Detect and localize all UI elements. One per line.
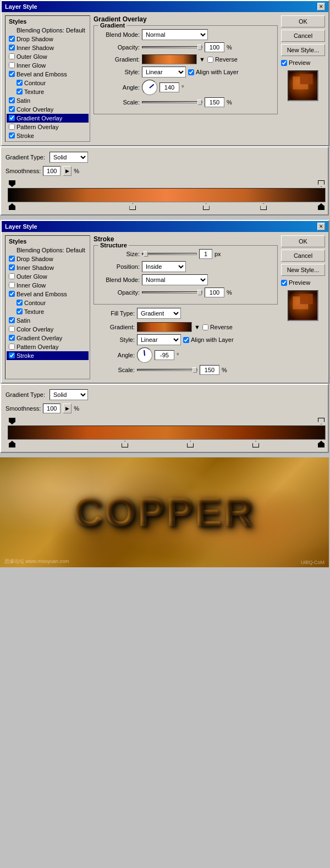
- s2-gradient-overlay-checkbox[interactable]: [9, 335, 15, 341]
- bottom-handle-2[interactable]: [129, 203, 136, 210]
- dialog2-close-button[interactable]: ✕: [317, 223, 325, 230]
- bottom-handle-left[interactable]: [9, 203, 15, 210]
- scale-input[interactable]: [205, 97, 224, 107]
- inner-glow-checkbox[interactable]: [9, 62, 15, 68]
- sidebar2-item-contour[interactable]: Contour: [7, 298, 89, 307]
- ge2-bottom-handle-4[interactable]: [252, 441, 259, 447]
- s2-blend-mode-select[interactable]: Normal: [142, 274, 208, 285]
- dialog1-ok-button[interactable]: OK: [281, 15, 325, 27]
- dialog2-new-style-button[interactable]: New Style...: [281, 264, 325, 276]
- ge2-bottom-handle-right[interactable]: [318, 441, 324, 447]
- ge2-bottom-handle-2[interactable]: [122, 441, 128, 447]
- gradient-dropdown-icon[interactable]: ▼: [199, 56, 205, 63]
- s2-opacity-slider[interactable]: [142, 291, 202, 294]
- sidebar1-item-contour[interactable]: Contour: [7, 79, 89, 87]
- s2-angle-dial[interactable]: [137, 347, 152, 363]
- sidebar1-item-stroke[interactable]: Stroke: [7, 131, 89, 140]
- s2-gradient-dropdown-icon[interactable]: ▼: [194, 324, 200, 330]
- sidebar2-item-outer-glow[interactable]: Outer Glow: [7, 272, 89, 281]
- s2-bevel-emboss-checkbox[interactable]: [9, 291, 15, 297]
- ge2-top-handle-left[interactable]: [9, 418, 15, 424]
- stroke-checkbox[interactable]: [9, 132, 15, 139]
- s2-texture-checkbox[interactable]: [16, 308, 23, 314]
- s2-outer-glow-checkbox[interactable]: [9, 273, 15, 279]
- sidebar2-item-drop-shadow[interactable]: Drop Shadow: [7, 255, 89, 263]
- sidebar1-item-color-overlay[interactable]: Color Overlay: [7, 105, 89, 114]
- ge2-type-select[interactable]: Solid: [50, 389, 88, 400]
- ge2-gradient-bar-display[interactable]: [8, 425, 326, 440]
- sidebar2-item-bevel-emboss[interactable]: Bevel and Emboss: [7, 290, 89, 298]
- s2-angle-input[interactable]: [155, 350, 174, 360]
- sidebar1-item-gradient-overlay[interactable]: Gradient Overlay: [7, 114, 89, 123]
- gradient-preview[interactable]: [142, 54, 197, 64]
- size-input[interactable]: [199, 249, 212, 259]
- sidebar2-item-pattern-overlay[interactable]: Pattern Overlay: [7, 342, 89, 351]
- sidebar2-item-gradient-overlay[interactable]: Gradient Overlay: [7, 334, 89, 342]
- s2-contour-checkbox[interactable]: [16, 300, 23, 306]
- s2-align-layer-checkbox[interactable]: [183, 337, 189, 343]
- s2-preview-checkbox[interactable]: [281, 280, 287, 286]
- gradient-bar-display[interactable]: [8, 188, 326, 202]
- sidebar2-item-inner-glow[interactable]: Inner Glow: [7, 281, 89, 290]
- blend-mode-select[interactable]: Normal: [142, 29, 208, 40]
- s2-gradient-preview[interactable]: [137, 322, 192, 332]
- sidebar1-item-outer-glow[interactable]: Outer Glow: [7, 52, 89, 61]
- s2-style-select[interactable]: Linear: [137, 334, 181, 345]
- scale-slider[interactable]: [142, 101, 202, 103]
- gradient-type-select[interactable]: Solid: [50, 152, 88, 163]
- color-overlay-checkbox[interactable]: [9, 106, 15, 112]
- ge2-bottom-handle-3[interactable]: [187, 441, 194, 447]
- sidebar1-item-inner-glow[interactable]: Inner Glow: [7, 61, 89, 70]
- s2-drop-shadow-checkbox[interactable]: [9, 256, 15, 262]
- sidebar1-item-inner-shadow[interactable]: Inner Shadow: [7, 43, 89, 52]
- style-select[interactable]: Linear: [142, 67, 186, 78]
- ge2-top-handle-right[interactable]: [318, 418, 324, 424]
- pattern-overlay-checkbox[interactable]: [9, 124, 15, 130]
- sidebar2-item-satin[interactable]: Satin: [7, 316, 89, 325]
- bottom-handle-4[interactable]: [260, 203, 267, 210]
- s2-reverse-checkbox[interactable]: [202, 324, 208, 330]
- opacity-slider[interactable]: [142, 46, 202, 48]
- sidebar1-item-bevel-emboss[interactable]: Bevel and Emboss: [7, 70, 89, 79]
- s2-pattern-overlay-checkbox[interactable]: [9, 344, 15, 350]
- s2-satin-checkbox[interactable]: [9, 317, 15, 323]
- drop-shadow-checkbox[interactable]: [9, 36, 15, 42]
- bottom-handle-3[interactable]: [203, 203, 210, 210]
- outer-glow-checkbox[interactable]: [9, 53, 15, 59]
- top-handle-right[interactable]: [318, 180, 324, 187]
- s2-inner-shadow-checkbox[interactable]: [9, 264, 15, 270]
- angle-input[interactable]: [160, 82, 179, 92]
- s2-color-overlay-checkbox[interactable]: [9, 326, 15, 332]
- gradient-overlay-checkbox[interactable]: [9, 115, 15, 121]
- size-slider[interactable]: [142, 253, 197, 255]
- smoothness-arrow-button[interactable]: ▶: [63, 166, 72, 176]
- ge2-smoothness-input[interactable]: [43, 403, 61, 413]
- inner-shadow-checkbox[interactable]: [9, 45, 15, 51]
- opacity-input[interactable]: [205, 42, 224, 52]
- top-handle-left[interactable]: [9, 180, 15, 187]
- sidebar1-item-texture[interactable]: Texture: [7, 87, 89, 96]
- s2-inner-glow-checkbox[interactable]: [9, 282, 15, 288]
- s2-scale-slider[interactable]: [137, 369, 197, 371]
- dialog1-new-style-button[interactable]: New Style...: [281, 44, 325, 56]
- bevel-emboss-checkbox[interactable]: [9, 71, 15, 77]
- satin-checkbox[interactable]: [9, 97, 15, 103]
- sidebar2-item-stroke[interactable]: Stroke: [7, 351, 89, 360]
- s2-stroke-checkbox[interactable]: [9, 352, 15, 358]
- texture-checkbox[interactable]: [16, 89, 23, 95]
- dialog1-close-button[interactable]: ✕: [317, 3, 325, 10]
- sidebar2-item-blending[interactable]: Blending Options: Default: [7, 246, 89, 255]
- sidebar1-item-satin[interactable]: Satin: [7, 96, 89, 105]
- reverse-checkbox[interactable]: [207, 57, 213, 63]
- s2-scale-input[interactable]: [200, 365, 219, 375]
- fill-type-select[interactable]: Gradient: [137, 308, 181, 319]
- contour-checkbox[interactable]: [16, 80, 23, 86]
- s2-opacity-input[interactable]: [205, 288, 224, 297]
- sidebar1-item-drop-shadow[interactable]: Drop Shadow: [7, 35, 89, 43]
- dialog2-ok-button[interactable]: OK: [281, 235, 325, 247]
- dialog1-cancel-button[interactable]: Cancel: [281, 30, 325, 42]
- sidebar1-item-blending[interactable]: Blending Options: Default: [7, 26, 89, 35]
- sidebar2-item-color-overlay[interactable]: Color Overlay: [7, 325, 89, 334]
- align-layer-checkbox[interactable]: [188, 69, 194, 75]
- ge2-smoothness-arrow[interactable]: ▶: [63, 403, 72, 413]
